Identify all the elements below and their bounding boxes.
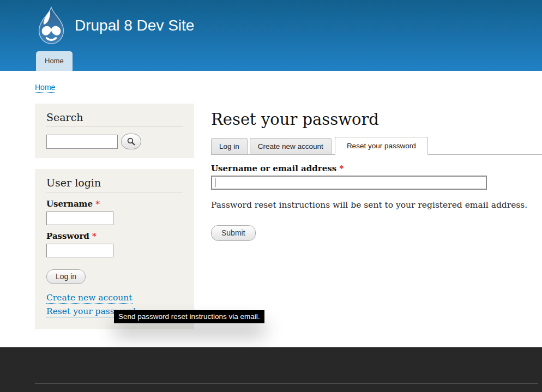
tab-reset-your-password[interactable]: Reset your password <box>334 136 428 154</box>
main-content: Reset your password Log in Create new ac… <box>211 111 542 241</box>
required-marker: * <box>339 164 344 173</box>
password-label: Password * <box>46 231 183 241</box>
nav-home-tab[interactable]: Home <box>36 51 73 71</box>
site-header: Drupal 8 Dev Site Home <box>0 0 542 71</box>
breadcrumb: Home <box>35 83 55 92</box>
user-login-block-title: User login <box>46 177 183 189</box>
tab-reset-your-password-link[interactable]: Reset your password <box>335 137 428 155</box>
site-footer <box>0 347 542 392</box>
tab-log-in-link[interactable]: Log in <box>211 138 248 154</box>
username-field[interactable] <box>46 212 113 225</box>
password-label-text: Password <box>46 231 89 241</box>
tab-create-new-account-link[interactable]: Create new account <box>250 138 332 154</box>
primary-tabs: Log in Create new account Reset your pas… <box>211 136 542 155</box>
search-form <box>46 134 183 149</box>
username-label-text: Username <box>46 199 93 209</box>
breadcrumb-home-link[interactable]: Home <box>35 83 55 93</box>
search-block-title: Search <box>46 112 183 123</box>
required-marker: * <box>92 231 97 241</box>
tab-create-new-account[interactable]: Create new account <box>250 138 332 154</box>
text-caret <box>215 178 215 187</box>
search-input[interactable] <box>46 135 118 149</box>
user-login-block: User login Username * Password * Log in … <box>35 169 194 329</box>
search-icon <box>127 137 136 146</box>
create-new-account-link[interactable]: Create new account <box>46 293 133 304</box>
site-name[interactable]: Drupal 8 Dev Site <box>75 7 194 45</box>
block-divider <box>46 192 183 192</box>
tab-log-in[interactable]: Log in <box>211 138 248 154</box>
username-label: Username * <box>46 199 183 209</box>
block-divider <box>46 126 183 127</box>
page-title: Reset your password <box>211 111 542 129</box>
form-help-text: Password reset instructions will be sent… <box>211 200 542 210</box>
username-or-email-label-text: Username or email address <box>211 164 336 173</box>
login-button[interactable]: Log in <box>46 269 86 284</box>
footer-divider <box>35 383 538 384</box>
search-block: Search <box>35 104 194 158</box>
main-menu: Home <box>36 51 73 71</box>
drupal-logo-icon[interactable] <box>36 7 67 45</box>
search-button[interactable] <box>121 134 141 149</box>
required-marker: * <box>95 199 100 209</box>
submit-button[interactable]: Submit <box>211 225 256 241</box>
drupal-page: Drupal 8 Dev Site Home Home Search <box>0 0 542 392</box>
username-or-email-label: Username or email address * <box>211 164 542 173</box>
sidebar: Search User login Username * Password * <box>35 104 194 340</box>
tooltip: Send password reset instructions via ema… <box>114 310 264 323</box>
site-branding: Drupal 8 Dev Site <box>36 7 194 45</box>
username-or-email-input[interactable] <box>211 176 487 190</box>
password-field[interactable] <box>46 244 113 257</box>
